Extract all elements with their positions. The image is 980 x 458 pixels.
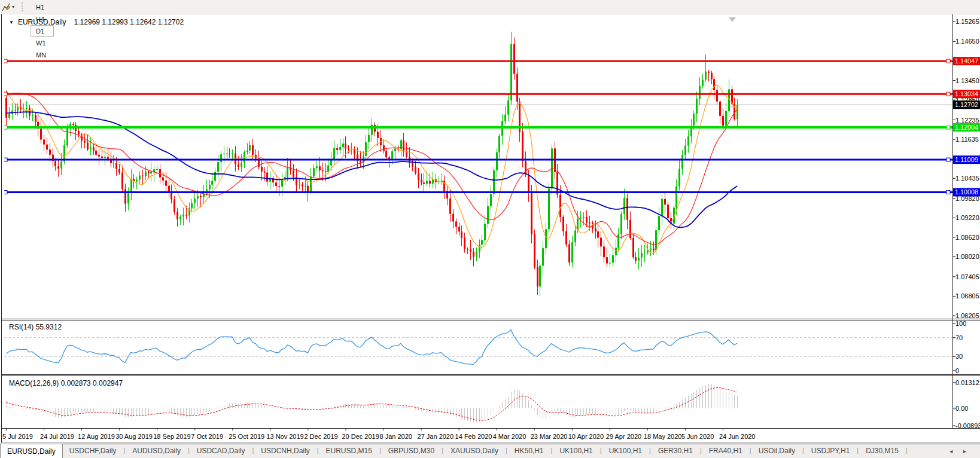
candle-body (490, 194, 492, 206)
candle-body (487, 206, 489, 224)
chart-tab-gbpusd-m30[interactable]: GBPUSD,M30 (382, 444, 441, 458)
candle-body (664, 199, 666, 204)
line-handle[interactable] (946, 59, 950, 63)
candle-body (498, 136, 500, 152)
candle-body (101, 157, 103, 158)
candle-body (229, 154, 230, 154)
candle-body (57, 166, 59, 169)
candle-body (165, 181, 167, 186)
chart-tab-usoil-daily[interactable]: USOil,Daily (752, 444, 802, 458)
timeframe-button-h4[interactable]: H4 (31, 13, 54, 25)
candle-body (345, 143, 346, 149)
chart-tab-uk100-h1[interactable]: UK100,H1 (602, 444, 649, 458)
candle-body (148, 172, 150, 173)
candle-body (182, 215, 184, 217)
candle-body (365, 142, 367, 156)
chart-tab-hk50-h1[interactable]: HK50,H1 (508, 444, 550, 458)
candle-body (504, 115, 506, 121)
macd-tick-label: 0.013121 (955, 379, 980, 386)
draw-tool-icon[interactable] (1, 2, 11, 12)
tab-scroll-right-icon[interactable]: ► (958, 448, 972, 454)
price-tick-label: 1.08620 (955, 234, 979, 241)
chart-tab-uk100-h1[interactable]: UK100,H1 (553, 444, 599, 458)
toolbar-grip-handle[interactable] (22, 2, 23, 11)
candle-body (568, 245, 570, 262)
candle-body (699, 86, 701, 99)
candle-body (241, 163, 242, 167)
candle-body (145, 172, 147, 176)
line-handle[interactable] (946, 126, 950, 129)
candle-body (623, 198, 625, 214)
candle-body (305, 186, 306, 187)
chart-tab-usdcad-daily[interactable]: USDCAD,Daily (190, 444, 252, 458)
candle-body (316, 166, 318, 168)
chart-tab-ger30-h1[interactable]: GER30,H1 (652, 444, 699, 458)
candle-body (620, 214, 622, 234)
price-tick-label: 1.06205 (955, 312, 979, 319)
candle-body (130, 179, 132, 192)
candle-body (385, 151, 387, 157)
macd-tick-label: -0.008933 (955, 422, 980, 429)
candle-body (238, 164, 239, 167)
candle-body (609, 262, 611, 263)
candle-body (319, 166, 321, 170)
candle-body (26, 108, 28, 109)
candle-body (531, 193, 532, 234)
candle-body (397, 149, 399, 149)
date-label: 5 Jul 2019 (2, 433, 33, 440)
timeframe-button-w1[interactable]: W1 (31, 37, 54, 49)
caret-down-icon[interactable]: ▾ (12, 4, 14, 10)
chart-tab-eurusd-daily[interactable]: EURUSD,Daily (0, 444, 63, 458)
chart-tab-usdchf-daily[interactable]: USDCHF,Daily (63, 444, 123, 458)
candle-body (528, 175, 529, 193)
candle-body (84, 141, 86, 142)
chart-tab-eurusd-m15[interactable]: EURUSD,M15 (319, 444, 379, 458)
chart-tab-usdjpy-h1[interactable]: USDJPY,H1 (805, 444, 856, 458)
rsi-tick-label: 100 (955, 320, 966, 327)
date-label: 4 Mar 2020 (493, 433, 526, 440)
line-handle[interactable] (946, 92, 950, 96)
candle-body (348, 149, 349, 149)
candle-body (586, 217, 588, 222)
date-label: 27 Jan 2020 (418, 433, 454, 440)
candle-body (571, 242, 573, 262)
candle-body (647, 251, 649, 253)
candle-body (658, 216, 660, 230)
chart-tab-dj30-m15[interactable]: DJ30,M15 (859, 444, 905, 458)
candle-body (626, 198, 628, 219)
date-label: 13 Nov 2019 (266, 433, 303, 440)
collapse-icon[interactable]: ▼ (9, 20, 14, 25)
candle-body (174, 199, 175, 212)
candle-body (565, 231, 567, 245)
rsi-tick-label: 30 (955, 353, 963, 360)
chart-tab-xauusd-daily[interactable]: XAUUSD,Daily (444, 444, 505, 458)
line-handle[interactable] (946, 158, 950, 161)
candle-body (313, 168, 315, 176)
chart-tab-audusd-daily[interactable]: AUDUSD,Daily (126, 444, 187, 458)
date-label: 8 Jan 2020 (380, 433, 412, 440)
timeframe-button-mn[interactable]: MN (31, 49, 54, 61)
timeframe-button-d1[interactable]: D1 (31, 25, 54, 37)
candle-body (139, 176, 141, 180)
timeframe-button-h1[interactable]: H1 (31, 1, 54, 13)
candle-body (479, 245, 480, 252)
timeframe-button-group: M1M5M15M30H1H4D1W1MN (29, 0, 56, 61)
candle-body (383, 145, 385, 151)
candle-body (49, 149, 51, 154)
candle-body (325, 171, 327, 172)
chart-tab-fra40-h1[interactable]: FRA40,H1 (702, 444, 749, 458)
date-label: 20 Dec 2019 (342, 433, 379, 440)
candle-body (127, 192, 129, 203)
candle-body (574, 230, 576, 242)
candle-body (8, 114, 10, 118)
chart-tab-usdcnh-daily[interactable]: USDCNH,Daily (254, 444, 316, 458)
candle-body (429, 181, 431, 184)
candle-body (617, 234, 619, 248)
ohlc-values: 1.12969 1.12993 1.12642 1.12702 (74, 18, 184, 26)
candle-body (653, 249, 655, 251)
macd-indicator-label: MACD(12,26,9) 0.002873 0.002947 (9, 379, 123, 387)
date-label: 30 Aug 2019 (115, 433, 153, 440)
line-handle[interactable] (946, 190, 950, 194)
chart-canvas[interactable]: 1.152651.146501.134501.128501.122351.116… (0, 0, 980, 458)
tab-scroll-left-icon[interactable]: ◄ (944, 448, 958, 454)
